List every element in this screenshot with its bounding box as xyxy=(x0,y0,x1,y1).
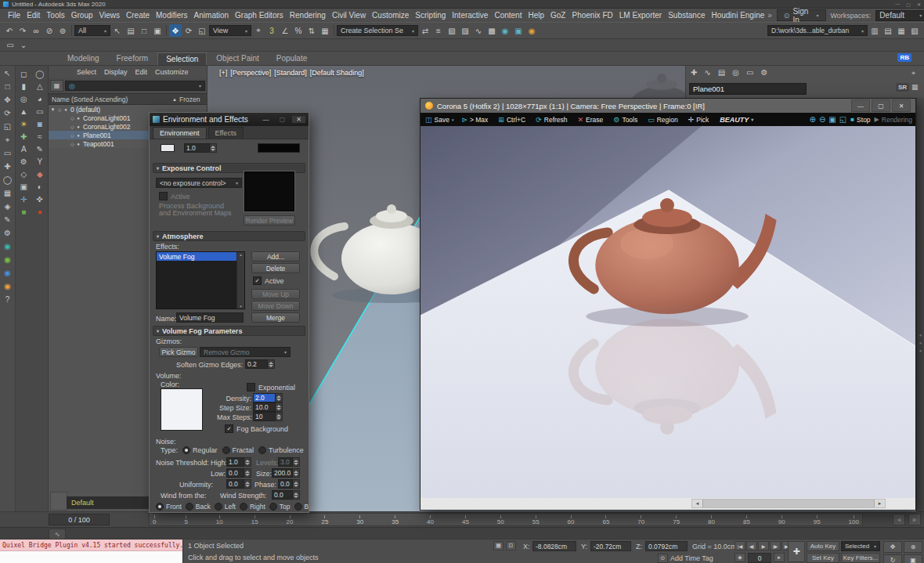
delete-effect-button[interactable]: Delete xyxy=(251,263,300,273)
side-tool-icon[interactable]: ◙ xyxy=(38,121,42,128)
minimize-icon[interactable]: — xyxy=(895,2,900,7)
side-tool-icon[interactable]: ● xyxy=(38,208,42,216)
frozen-column-header[interactable]: ▲ Frozen xyxy=(172,96,200,103)
zoom-fit-icon[interactable]: ◱ xyxy=(839,115,846,124)
wind-strength-spinner[interactable]: 0.0 xyxy=(272,490,300,500)
view-dropdown[interactable]: View xyxy=(209,25,251,36)
menu-item[interactable]: Modifiers xyxy=(153,11,191,20)
side-tool-icon[interactable]: ◆ xyxy=(37,171,43,179)
menu-item[interactable]: LM Exporter xyxy=(616,11,665,20)
front-radio[interactable]: Front xyxy=(156,503,182,511)
left-tool-icon[interactable]: ✎ xyxy=(4,216,10,224)
left-tool-icon[interactable]: ◉ xyxy=(4,243,11,251)
side-tool-icon[interactable]: ▲ xyxy=(20,108,27,116)
low-spinner[interactable]: 0.0 xyxy=(226,468,251,478)
viewport-label-segment[interactable]: [Default Shading] xyxy=(310,69,364,77)
menu-item[interactable]: Civil View xyxy=(329,11,369,20)
menu-item[interactable]: Edit xyxy=(23,11,43,20)
use-pivot-center-icon[interactable]: ⌖ xyxy=(252,24,265,37)
menu-item[interactable]: Tools xyxy=(43,11,67,20)
fog-background-checkbox[interactable]: Fog Background xyxy=(225,424,288,433)
left-tool-icon[interactable]: ⌖ xyxy=(5,136,10,144)
dialog-tab[interactable]: Environment xyxy=(153,127,207,139)
timeline-nav-left[interactable]: ◃ xyxy=(893,514,905,525)
corona-titlebar[interactable]: Corona 5 (Hotfix 2) | 1028×771px (1:1) |… xyxy=(420,99,915,113)
tools-button[interactable]: ⚙Tools xyxy=(612,114,641,125)
timeline-tick[interactable]: 50 xyxy=(497,515,504,525)
zoom-in-icon[interactable]: ⊕ xyxy=(810,115,816,124)
side-tool-icon[interactable]: ✜ xyxy=(37,196,43,204)
hierarchy-tab-icon[interactable]: ▤ xyxy=(718,68,725,77)
viewport-label-segment[interactable]: [Perspective] xyxy=(230,69,271,77)
phase-spinner[interactable]: 0.0 xyxy=(278,479,300,489)
right-radio[interactable]: Right xyxy=(240,503,265,511)
effects-list[interactable]: Volume Fog xyxy=(156,251,245,309)
menu-item[interactable]: Animation xyxy=(191,11,232,20)
timeline-tick[interactable]: 10 xyxy=(216,515,223,525)
fog-color-swatch[interactable] xyxy=(161,388,203,431)
side-tool-icon[interactable]: ☀ xyxy=(20,121,27,128)
left-tool-icon[interactable]: ◯ xyxy=(3,176,12,184)
next-key-button[interactable]: ▸ xyxy=(774,553,785,562)
menu-item[interactable]: Graph Editors xyxy=(232,11,287,20)
left-tool-icon[interactable]: ◱ xyxy=(4,123,11,131)
zoom-actual-icon[interactable]: ▣ xyxy=(828,115,836,124)
timeline-tick[interactable]: 25 xyxy=(321,515,328,525)
bottom-radio[interactable]: Bottom xyxy=(294,503,309,511)
snaps-toggle-icon[interactable]: 3 xyxy=(265,24,278,37)
window-crossing-icon[interactable]: ▣ xyxy=(151,24,164,37)
soften-gizmo-spinner[interactable]: 0.2 xyxy=(245,359,275,369)
menu-item[interactable]: Help xyxy=(525,11,547,20)
menu-item[interactable]: Views xyxy=(96,11,124,20)
pick-gizmo-button[interactable]: Pick Gizmo xyxy=(159,347,198,357)
timeline-tick[interactable]: 35 xyxy=(392,515,399,525)
menu-item[interactable]: Phoenix FD xyxy=(568,11,615,20)
merge-button[interactable]: Merge xyxy=(251,312,300,323)
timeline-tick[interactable]: 80 xyxy=(708,515,715,525)
timeline-tick[interactable]: 95 xyxy=(814,515,821,525)
levels-spinner[interactable]: 3.0 xyxy=(278,457,300,467)
turbulence-radio[interactable]: Turbulence xyxy=(258,446,304,454)
auto-key-button[interactable]: Auto Key xyxy=(807,541,839,551)
uniformity-spinner[interactable]: 0.0 xyxy=(226,479,251,489)
y-coordinate-field[interactable]: -20.72cm xyxy=(590,541,631,551)
minimize-icon[interactable]: — xyxy=(259,116,273,123)
ribbon-tab[interactable]: Freeform xyxy=(109,52,157,65)
render-production-icon[interactable]: ◉ xyxy=(525,24,538,37)
mini-curve-editor-button[interactable]: ∿ xyxy=(49,529,66,540)
timeline-tick[interactable]: 20 xyxy=(287,515,294,525)
side-tool-icon[interactable]: ◕ xyxy=(38,96,42,103)
timeline-tick[interactable]: 15 xyxy=(251,515,258,525)
sr-badge[interactable]: SR xyxy=(896,83,909,92)
left-tool-icon[interactable]: ⟳ xyxy=(4,110,10,117)
rectangular-selection-region-icon[interactable]: □ xyxy=(138,24,150,37)
expand-icon[interactable]: ▼ xyxy=(50,107,56,112)
spinner-snap-icon[interactable]: ⇅ xyxy=(305,24,318,37)
explorer-column-header[interactable]: Name (Sorted Ascending) ▲ Frozen xyxy=(49,93,207,105)
save-button[interactable]: ◫Save▾ xyxy=(424,114,455,125)
timeline-tick[interactable]: 60 xyxy=(568,515,575,525)
timeline-tick[interactable]: 55 xyxy=(532,515,540,525)
align-icon[interactable]: ≡ xyxy=(432,24,445,37)
render-preview-button[interactable]: Render Preview xyxy=(244,215,295,226)
menu-item[interactable]: Houdini Engine xyxy=(708,11,767,20)
help-icon[interactable]: ? xyxy=(5,296,10,304)
ribbon-tab[interactable]: Selection xyxy=(157,52,207,65)
exposure-control-dropdown[interactable]: <no exposure control> xyxy=(156,178,242,188)
side-tool-icon[interactable]: ≈ xyxy=(38,133,42,141)
schematic-view-icon[interactable]: ▩ xyxy=(485,24,498,37)
layer-explorer-toggle-icon[interactable]: ▨ xyxy=(459,24,471,37)
refresh-button[interactable]: ⟳Refresh xyxy=(534,114,571,125)
menu-item[interactable]: Group xyxy=(68,11,96,20)
workspace-icon[interactable]: ▦ xyxy=(895,24,908,37)
close-icon[interactable]: ✕ xyxy=(292,116,305,123)
workspace-dropdown[interactable]: Default xyxy=(875,10,924,21)
pin-icon[interactable]: ⌖ xyxy=(911,69,915,78)
side-tool-icon[interactable]: Y xyxy=(37,158,42,166)
timeline-tick[interactable]: 45 xyxy=(462,515,469,525)
menu-item[interactable]: Scripting xyxy=(412,11,449,20)
frame-indicator[interactable]: 0 / 100 xyxy=(49,514,110,525)
scroll-left-icon[interactable]: ◂ xyxy=(692,500,702,507)
display-mode-button[interactable]: ▦ xyxy=(50,80,63,92)
effect-name-field[interactable]: Volume Fog xyxy=(176,312,244,323)
